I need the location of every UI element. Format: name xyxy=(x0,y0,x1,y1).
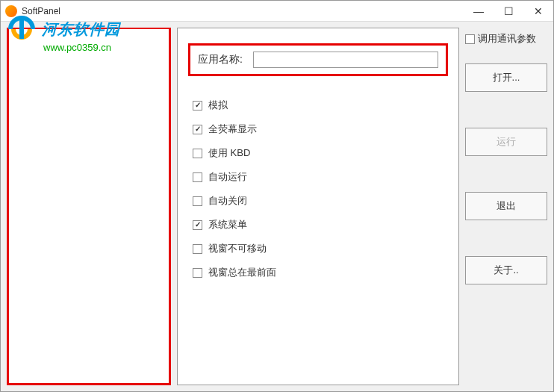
exit-button[interactable]: 退出 xyxy=(465,192,547,220)
checkbox-simulation[interactable]: 模拟 xyxy=(193,99,448,112)
checkbox-always-on-top[interactable]: 视窗总在最前面 xyxy=(193,266,448,279)
titlebar: SoftPanel — ☐ ✕ xyxy=(1,1,553,22)
app-name-input[interactable] xyxy=(253,52,438,68)
button-label: 打开... xyxy=(493,71,520,84)
checkbox-label: 视窗不可移动 xyxy=(208,242,267,255)
checkbox-icon xyxy=(193,196,202,206)
checkbox-icon xyxy=(193,220,202,230)
checkbox-fullscreen[interactable]: 全荧幕显示 xyxy=(193,122,448,136)
button-label: 关于.. xyxy=(494,264,518,277)
checkbox-label: 自动关闭 xyxy=(208,194,247,208)
right-panel: 调用通讯参数 打开... 运行 退出 关于.. xyxy=(465,28,547,385)
titlebar-left: SoftPanel xyxy=(5,5,60,17)
checkbox-comm-params[interactable]: 调用通讯参数 xyxy=(465,32,547,46)
checkbox-icon xyxy=(193,125,202,134)
minimize-button[interactable]: — xyxy=(464,1,494,22)
app-name-label: 应用名称: xyxy=(198,53,243,66)
checkbox-label: 模拟 xyxy=(208,99,228,112)
open-button[interactable]: 打开... xyxy=(465,63,547,92)
checkbox-autoclose[interactable]: 自动关闭 xyxy=(193,194,448,208)
close-button[interactable]: ✕ xyxy=(523,1,553,22)
app-name-row: 应用名称: xyxy=(188,43,448,76)
checkbox-label: 系统菜单 xyxy=(208,218,247,231)
left-list-panel[interactable] xyxy=(7,28,171,385)
checkbox-icon xyxy=(193,268,202,278)
checkbox-autorun[interactable]: 自动运行 xyxy=(193,170,448,184)
window-title: SoftPanel xyxy=(22,6,60,16)
about-button[interactable]: 关于.. xyxy=(465,256,547,284)
window-controls: — ☐ ✕ xyxy=(464,1,553,22)
main-window: SoftPanel — ☐ ✕ 河东软件园 www.pc0359.cn 应用名称… xyxy=(0,0,554,392)
app-icon xyxy=(5,5,17,17)
checkbox-label: 使用 KBD xyxy=(208,146,250,160)
checkbox-use-kbd[interactable]: 使用 KBD xyxy=(193,146,448,160)
center-panel: 应用名称: 模拟 全荧幕显示 使用 KBD 自动运行 xyxy=(177,28,459,385)
run-button[interactable]: 运行 xyxy=(465,128,547,156)
checkbox-icon xyxy=(193,172,202,182)
checkbox-icon xyxy=(193,101,202,111)
checkbox-label: 调用通讯参数 xyxy=(478,32,536,46)
checkbox-icon xyxy=(193,244,202,254)
checkbox-label: 视窗总在最前面 xyxy=(208,266,276,279)
checkbox-label: 自动运行 xyxy=(208,170,247,184)
content-area: 应用名称: 模拟 全荧幕显示 使用 KBD 自动运行 xyxy=(1,22,553,391)
maximize-button[interactable]: ☐ xyxy=(494,1,523,22)
checkbox-icon xyxy=(465,34,475,44)
checkbox-label: 全荧幕显示 xyxy=(208,122,257,136)
button-label: 运行 xyxy=(497,135,516,149)
checkbox-system-menu[interactable]: 系统菜单 xyxy=(193,218,448,231)
checkbox-window-immovable[interactable]: 视窗不可移动 xyxy=(193,242,448,255)
checkbox-list: 模拟 全荧幕显示 使用 KBD 自动运行 自动关闭 xyxy=(188,99,448,279)
button-label: 退出 xyxy=(497,199,516,213)
checkbox-icon xyxy=(193,149,202,158)
